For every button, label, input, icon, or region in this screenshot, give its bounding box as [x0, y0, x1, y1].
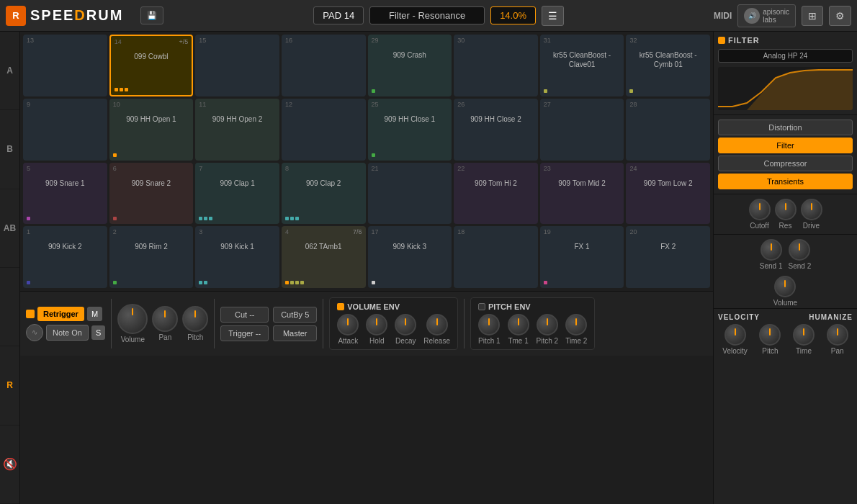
release-knob[interactable]	[426, 314, 448, 336]
plugin-icon[interactable]: ⊞	[802, 6, 823, 26]
pad-4[interactable]: 4 7/6 062 TAmb1	[282, 226, 366, 288]
pad-dot	[204, 281, 207, 284]
m-button[interactable]: M	[87, 307, 102, 321]
s-button[interactable]: S	[91, 325, 105, 340]
pitch-env-title: PITCH ENV	[488, 302, 531, 311]
pad-30[interactable]: 30	[454, 35, 538, 96]
divider3	[323, 299, 323, 348]
logo-text: SPEEDRUM	[30, 7, 123, 24]
filter-title: FILTER	[728, 36, 760, 45]
master-button[interactable]: Master	[273, 325, 317, 341]
send1-knob[interactable]	[760, 239, 782, 261]
cutoff-knob[interactable]	[749, 199, 771, 220]
release-label: Release	[423, 337, 450, 345]
pad-29[interactable]: 29 909 Crash	[368, 35, 452, 96]
pad-12[interactable]: 12	[282, 99, 366, 161]
cut-button[interactable]: Cut --	[220, 307, 269, 323]
volume-knob[interactable]	[117, 304, 148, 334]
pad-dot	[113, 281, 117, 284]
pitch-knob[interactable]	[182, 306, 208, 332]
decay-knob[interactable]	[395, 314, 416, 336]
hold-knob[interactable]	[366, 314, 387, 336]
pan-knob[interactable]	[152, 306, 178, 332]
pad-13[interactable]: 13	[23, 35, 107, 96]
pitch-env-checkbox[interactable]	[478, 303, 485, 310]
pad-15[interactable]: 15	[195, 35, 279, 96]
vel-pan-knob[interactable]	[827, 324, 848, 346]
midi-label: MIDI	[714, 11, 732, 21]
send2-knob[interactable]	[789, 239, 810, 261]
pad-27[interactable]: 27	[540, 99, 624, 161]
row-labels: A B AB R 🔇	[0, 32, 20, 504]
svg-marker-0	[718, 70, 853, 110]
pad-7[interactable]: 7 909 Clap 1	[195, 163, 279, 225]
orange-indicator	[26, 310, 35, 318]
pad-16[interactable]: 16	[282, 35, 366, 96]
pad-31[interactable]: 31 kr55 CleanBoost - Clave01	[540, 35, 624, 96]
row-label-r[interactable]: R	[0, 346, 19, 425]
retrigger-button[interactable]: Retrigger	[37, 307, 84, 321]
pad-5[interactable]: 5 909 Snare 1	[23, 163, 107, 225]
filter-type[interactable]: Analog HP 24	[718, 49, 853, 63]
divider2	[214, 299, 215, 348]
res-knob[interactable]	[775, 199, 797, 220]
pad-18[interactable]: 18	[454, 226, 538, 288]
row-label-mute[interactable]: 🔇	[0, 426, 19, 504]
time1-container: Tme 1	[508, 314, 529, 345]
settings-icon[interactable]: ⚙	[829, 6, 851, 26]
controls-left: Retrigger M ∿ Note On S	[26, 307, 105, 341]
attack-knob[interactable]	[337, 314, 359, 336]
pad-2[interactable]: 2 909 Rim 2	[109, 226, 194, 288]
vol-env-title: VOLUME ENV	[347, 302, 400, 311]
pad-32[interactable]: 32 kr55 CleanBoost - Cymb 01	[626, 35, 710, 96]
time1-label: Tme 1	[508, 337, 528, 345]
row-label-a[interactable]: A	[0, 32, 19, 110]
vel-time-knob[interactable]	[793, 324, 815, 346]
pad-9[interactable]: 9	[23, 99, 107, 161]
top-bar: R SPEEDRUM 💾 PAD 14 Filter - Resonance 1…	[0, 0, 857, 32]
pad-8[interactable]: 8 909 Clap 2	[282, 163, 366, 225]
time2-knob[interactable]	[565, 314, 587, 336]
pad-17[interactable]: 17 909 Kick 3	[368, 226, 452, 288]
pad-22[interactable]: 22 909 Tom Hi 2	[454, 163, 538, 225]
volume-send-knob[interactable]	[774, 276, 796, 297]
pad-1[interactable]: 1 909 Kick 2	[23, 226, 107, 288]
pad-21[interactable]: 21	[368, 163, 452, 225]
note-on-button[interactable]: Note On	[46, 325, 89, 341]
vel-knobs: Velocity Pitch Time Pan	[718, 324, 853, 355]
pitch1-label: Pitch 1	[478, 337, 501, 345]
pad-28[interactable]: 28	[626, 99, 710, 161]
pad-6[interactable]: 6 909 Snare 2	[109, 163, 194, 225]
hamburger-button[interactable]: ☰	[542, 6, 564, 26]
time1-knob[interactable]	[508, 314, 529, 336]
pad-10[interactable]: 10 909 HH Open 1	[109, 99, 194, 161]
cutby-button[interactable]: CutBy 5	[273, 307, 317, 323]
row-label-ab[interactable]: AB	[0, 189, 19, 268]
pad-20[interactable]: 20 FX 2	[626, 226, 710, 288]
wave-icon[interactable]: ∿	[26, 324, 43, 341]
pad-11[interactable]: 11 909 HH Open 2	[195, 99, 279, 161]
hold-container: Hold	[366, 314, 387, 345]
row-label-b[interactable]: B	[0, 110, 19, 189]
vel-pitch-knob[interactable]	[759, 324, 781, 346]
pad-14[interactable]: 14 +/5 099 Cowbl	[109, 35, 194, 96]
pad-24[interactable]: 24 909 Tom Low 2	[626, 163, 710, 225]
pad-dot	[285, 281, 289, 284]
transients-button[interactable]: Transients	[718, 174, 853, 189]
pitch2-label: Pitch 2	[537, 337, 559, 345]
pad-19[interactable]: 19 FX 1	[540, 226, 624, 288]
drive-knob[interactable]	[801, 199, 822, 220]
pad-25[interactable]: 25 909 HH Close 1	[368, 99, 452, 161]
pitch1-knob[interactable]	[478, 314, 500, 336]
filter-button[interactable]: Filter	[718, 138, 853, 153]
pad-3[interactable]: 3 909 Kick 1	[195, 226, 279, 288]
drive-container: Drive	[801, 199, 822, 230]
vel-velocity-knob[interactable]	[724, 324, 746, 346]
save-icon[interactable]: 💾	[140, 6, 163, 24]
compressor-button[interactable]: Compressor	[718, 156, 853, 171]
pitch2-knob[interactable]	[537, 314, 558, 336]
pad-23[interactable]: 23 909 Tom Mid 2	[540, 163, 624, 225]
pad-26[interactable]: 26 909 HH Close 2	[454, 99, 538, 161]
trigger-button[interactable]: Trigger --	[220, 325, 269, 341]
distortion-button[interactable]: Distortion	[718, 120, 853, 135]
